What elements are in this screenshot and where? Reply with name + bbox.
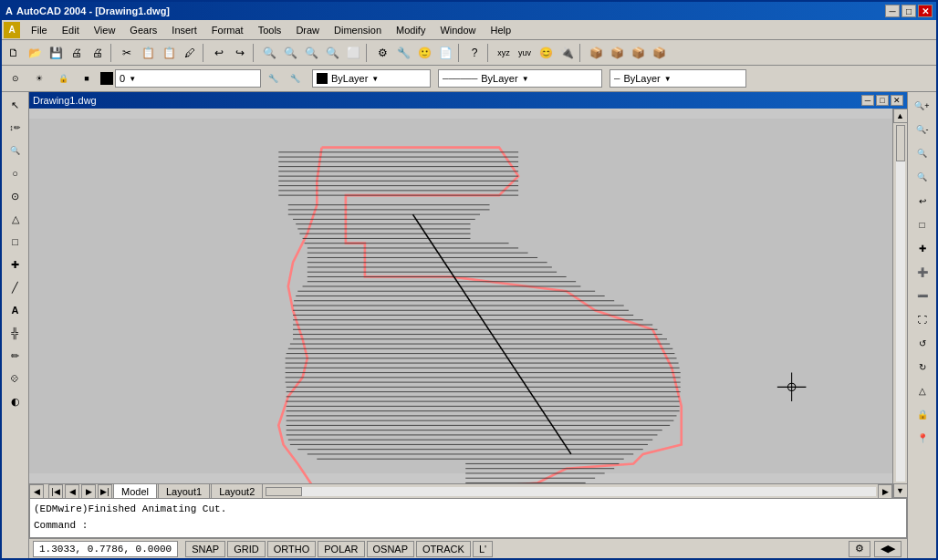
tb-design-center[interactable]: 🔧	[393, 43, 413, 63]
tab-nav-last[interactable]: ▶|	[98, 484, 112, 499]
tb-zoom-prev[interactable]: 🔍	[301, 43, 321, 63]
menu-window[interactable]: Window	[433, 23, 483, 37]
tb-properties[interactable]: ⚙	[372, 43, 392, 63]
tb-save[interactable]: 💾	[46, 43, 66, 63]
tb-print2[interactable]: 🖨	[88, 43, 108, 63]
tb-layer-extras[interactable]: 🔧	[263, 68, 283, 88]
tb-open[interactable]: 📂	[25, 43, 45, 63]
rt-rotate-ccw[interactable]: ↺	[912, 332, 933, 354]
hscroll-right[interactable]: ▶	[878, 484, 892, 499]
tb-copy[interactable]: 📋	[138, 43, 158, 63]
menu-draw[interactable]: Draw	[288, 23, 327, 37]
vscroll-thumb[interactable]	[896, 125, 905, 161]
rt-lock[interactable]: 🔒	[912, 403, 933, 425]
rt-zoom-all[interactable]: 🔍	[912, 142, 933, 164]
status-right-2[interactable]: ◀▶	[874, 541, 902, 557]
tb-help[interactable]: ?	[464, 43, 485, 63]
tb-layer-freeze[interactable]: ☀	[29, 68, 49, 88]
rt-add[interactable]: ✚	[912, 237, 933, 259]
lt-text[interactable]: A	[5, 299, 26, 321]
tb-extra2[interactable]: 📦	[607, 43, 627, 63]
rt-zoom-out[interactable]: 🔍-	[912, 119, 933, 140]
rt-rotate-cw[interactable]: ↻	[912, 356, 933, 378]
tb-paste[interactable]: 📋	[159, 43, 179, 63]
color-dropdown[interactable]: ByLayer ▼	[312, 69, 431, 88]
tb-zoom-realtime[interactable]: 🔍	[280, 43, 300, 63]
vscroll-down[interactable]: ▼	[893, 483, 908, 498]
rt-undo[interactable]: ↩	[912, 190, 933, 212]
rt-fullscreen[interactable]: ⛶	[912, 308, 933, 330]
lt-square[interactable]: □	[5, 231, 26, 253]
lt-pick[interactable]: ↖	[5, 94, 26, 116]
tb-obj4[interactable]: 🔌	[557, 43, 577, 63]
menu-modify[interactable]: Modify	[389, 23, 433, 37]
grid-button[interactable]: GRID	[227, 541, 266, 557]
vscroll-up[interactable]: ▲	[893, 109, 908, 123]
lt-line[interactable]: ╱	[5, 276, 26, 298]
tb-matchprop[interactable]: 🖊	[180, 43, 200, 63]
tb-pan[interactable]: 🔍	[259, 43, 279, 63]
otrack-button[interactable]: OTRACK	[416, 541, 471, 557]
menu-dimension[interactable]: Dimension	[327, 23, 389, 37]
tb-undo[interactable]: ↩	[209, 43, 229, 63]
menu-format[interactable]: Format	[204, 23, 251, 37]
snap-button[interactable]: SNAP	[185, 541, 225, 557]
tb-zoom-window[interactable]: 🔍	[322, 43, 342, 63]
tab-model[interactable]: Model	[113, 483, 157, 500]
linetype-dropdown[interactable]: ────── ByLayer ▼	[438, 69, 602, 88]
minimize-button[interactable]: ─	[885, 5, 900, 17]
hscroll-left[interactable]: ◀	[29, 484, 44, 499]
lt-cross[interactable]: ✚	[5, 254, 26, 275]
tb-print[interactable]: 🖨	[67, 43, 87, 63]
tb-layer-lock[interactable]: 🔒	[53, 68, 73, 88]
lt-block[interactable]: ⛒	[5, 368, 26, 389]
command-input[interactable]	[88, 520, 902, 531]
tb-extra4[interactable]: 📦	[649, 43, 669, 63]
rt-triangle2[interactable]: △	[912, 379, 933, 401]
menu-gears[interactable]: Gears	[122, 23, 164, 37]
tb-extra1[interactable]: 📦	[586, 43, 606, 63]
rt-view[interactable]: □	[912, 213, 933, 235]
lt-stretch[interactable]: ↕✏	[5, 117, 26, 139]
menu-insert[interactable]: Insert	[164, 23, 204, 37]
tb-extra3[interactable]: 📦	[628, 43, 648, 63]
menu-help[interactable]: Help	[484, 23, 519, 37]
tb-obj1[interactable]: xyz	[494, 43, 514, 63]
polar-button[interactable]: POLAR	[318, 541, 364, 557]
doc-maximize[interactable]: □	[876, 95, 889, 106]
rt-pin[interactable]: 📍	[912, 427, 933, 449]
rt-minus[interactable]: ➖	[912, 285, 933, 306]
lt-triangle[interactable]: △	[5, 208, 26, 230]
tab-layout2[interactable]: Layout2	[211, 483, 263, 500]
rt-zoom-in[interactable]: 🔍+	[912, 95, 933, 117]
tb-obj2[interactable]: yuv	[515, 43, 535, 63]
close-button[interactable]: ✕	[918, 5, 933, 17]
tab-nav-first[interactable]: |◀	[48, 484, 63, 499]
lt-hatch[interactable]: ╬	[5, 322, 26, 344]
tb-layer-extras2[interactable]: 🔧	[285, 68, 305, 88]
maximize-button[interactable]: □	[902, 5, 916, 17]
lineweight-toggle[interactable]: L'	[473, 541, 493, 557]
tb-layer-color[interactable]: ■	[77, 68, 97, 88]
tb-new[interactable]: 🗋	[4, 43, 24, 63]
tab-nav-prev[interactable]: ◀	[65, 484, 79, 499]
rt-zoom-realtime[interactable]: 🔍	[912, 166, 933, 188]
tb-sheet-set[interactable]: 📄	[435, 43, 455, 63]
tb-tool-palettes[interactable]: 🙂	[414, 43, 434, 63]
doc-minimize[interactable]: ─	[861, 95, 874, 106]
tb-obj3[interactable]: 😊	[536, 43, 556, 63]
tb-zoom-extents[interactable]: ⬜	[343, 43, 363, 63]
rt-plus[interactable]: ➕	[912, 261, 933, 283]
menu-tools[interactable]: Tools	[251, 23, 289, 37]
lt-donut[interactable]: ⊙	[5, 185, 26, 207]
lt-circle[interactable]: ○	[5, 162, 26, 184]
hscroll-thumb[interactable]	[266, 487, 302, 496]
lineweight-dropdown[interactable]: ─ ByLayer ▼	[610, 69, 746, 88]
canvas-area[interactable]	[29, 109, 892, 483]
menu-edit[interactable]: Edit	[55, 23, 87, 37]
tab-nav-next[interactable]: ▶	[81, 484, 96, 499]
tab-layout1[interactable]: Layout1	[158, 483, 210, 500]
menu-view[interactable]: View	[87, 23, 123, 37]
layer-dropdown[interactable]: 0 ▼	[115, 69, 261, 88]
tb-layer-toggle[interactable]: ⊙	[5, 68, 26, 88]
